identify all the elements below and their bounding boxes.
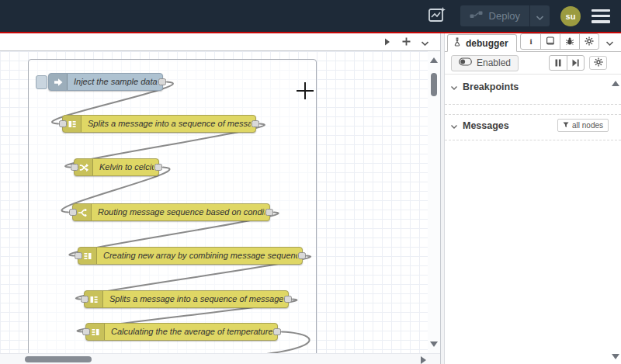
sidebar: debugger i [445, 33, 621, 364]
bug-icon [565, 35, 574, 49]
tab-scroll-right-button[interactable] [380, 35, 395, 49]
canvas-vertical-scrollbar[interactable] [428, 51, 440, 353]
chevron-down-icon [451, 81, 457, 92]
flow-node-change[interactable]: Kelvin to celcius [74, 158, 159, 176]
messages-list [445, 136, 621, 140]
info-icon: i [529, 35, 533, 49]
tab-scroll-right-icon [384, 35, 390, 49]
help-tab-button[interactable] [540, 34, 560, 49]
step-next-icon [572, 56, 579, 70]
config-tab-button[interactable] [579, 34, 598, 49]
scroll-right-icon[interactable] [421, 356, 426, 364]
chevron-down-icon [451, 120, 457, 131]
node-label: Calculating the the average of temperatu… [111, 324, 272, 340]
chevron-down-icon [536, 9, 543, 23]
sidebar-tab-list-button[interactable] [602, 34, 616, 49]
node-input-port[interactable] [81, 296, 88, 303]
node-output-port[interactable] [265, 209, 273, 216]
node-output-port[interactable] [252, 120, 259, 127]
canvas-horizontal-scrollbar[interactable] [0, 353, 440, 364]
book-icon [546, 35, 555, 49]
inject-arrow-icon [49, 74, 68, 90]
flow-node-split[interactable]: Splits a message into a sequence of mess… [84, 290, 289, 308]
section-label: Messages [463, 120, 509, 131]
enabled-label: Enabled [477, 57, 511, 68]
node-input-port[interactable] [59, 120, 67, 127]
tab-debugger[interactable]: debugger [447, 34, 517, 52]
node-label: Splits a message into a sequence of mess… [109, 291, 283, 307]
deploy-button[interactable]: Deploy [460, 5, 550, 26]
node-input-port[interactable] [69, 209, 77, 216]
pause-button[interactable] [550, 56, 567, 70]
breakpoints-list [445, 97, 621, 105]
scroll-down-icon[interactable] [612, 354, 619, 359]
canvas-pane: Inject the sample dataSplits a message i… [0, 33, 440, 364]
node-label: Splits a message into a sequence of mess… [88, 116, 251, 132]
debugger-settings-button[interactable] [589, 56, 607, 70]
section-messages[interactable]: Messages all nodes [445, 114, 621, 136]
debug-tab-button[interactable] [560, 34, 579, 49]
tab-label: debugger [466, 38, 508, 49]
messages-filter-button[interactable]: all nodes [557, 119, 609, 132]
vertical-scroll-thumb[interactable] [431, 73, 437, 96]
node-output-port[interactable] [273, 328, 281, 335]
node-input-port[interactable] [71, 164, 78, 171]
svg-text:i: i [529, 36, 532, 46]
flow-canvas[interactable]: Inject the sample dataSplits a message i… [0, 51, 440, 353]
filter-label: all nodes [572, 121, 603, 130]
flow-tabbar [0, 33, 440, 51]
add-flow-plus-icon [402, 35, 411, 49]
sidebar-tabbar: debugger i [445, 33, 621, 52]
flow-list-button[interactable] [417, 35, 432, 49]
node-output-port[interactable] [284, 296, 292, 303]
debugger-toolbar: Enabled [445, 52, 621, 75]
node-label: Inject the sample data [74, 74, 158, 90]
node-output-port[interactable] [298, 252, 306, 259]
node-red-app: Deploy su [0, 0, 621, 364]
section-label: Breakpoints [463, 81, 519, 92]
debugger-panel: Breakpoints Messages all nodes [445, 76, 621, 364]
deploy-label: Deploy [489, 10, 520, 22]
deploy-nodes-icon [470, 10, 484, 22]
flow-node-switch[interactable]: Routing message sequence based on condit… [72, 203, 270, 221]
node-input-port[interactable] [75, 252, 82, 259]
main-menu-button[interactable] [592, 9, 610, 23]
pause-icon [555, 56, 561, 70]
flow-node-join[interactable]: Creating new array by combining message … [78, 247, 303, 265]
node-label: Routing message sequence based on condit… [98, 204, 265, 220]
flow-node-inject[interactable]: Inject the sample data [48, 73, 163, 91]
node-input-port[interactable] [82, 328, 90, 335]
horizontal-scroll-thumb[interactable] [25, 356, 92, 362]
toggle-icon [459, 57, 472, 68]
flow-list-chevron-icon [422, 35, 428, 49]
gear-icon [594, 56, 603, 70]
gear-icon [585, 35, 594, 49]
funnel-icon [563, 121, 569, 130]
flow-node-join[interactable]: Calculating the the average of temperatu… [85, 323, 278, 341]
node-label: Creating new array by combining message … [103, 248, 297, 264]
debugger-enabled-toggle[interactable]: Enabled [451, 55, 519, 71]
user-avatar[interactable]: su [560, 6, 581, 26]
scroll-up-icon[interactable] [430, 57, 438, 63]
section-breakpoints[interactable]: Breakpoints [445, 76, 621, 97]
scroll-down-icon[interactable] [430, 341, 438, 347]
header-bar: Deploy su [0, 0, 621, 32]
scroll-up-icon[interactable] [612, 81, 619, 86]
menu-icon [592, 9, 610, 12]
node-output-port[interactable] [158, 78, 166, 85]
node-output-port[interactable] [154, 164, 162, 171]
node-label: Kelvin to celcius [99, 159, 154, 175]
flask-icon [454, 37, 462, 49]
chevron-down-icon [606, 35, 613, 49]
flow-image-sparkle-icon [427, 5, 447, 27]
info-tab-button[interactable]: i [521, 34, 540, 49]
deploy-options-button[interactable] [530, 5, 550, 26]
step-next-button[interactable] [567, 56, 584, 70]
add-flow-button[interactable] [398, 35, 414, 49]
flow-image-button[interactable] [425, 5, 449, 27]
sidebar-scrollbar[interactable] [610, 76, 621, 364]
inject-trigger-button[interactable] [36, 75, 47, 89]
flow-node-split[interactable]: Splits a message into a sequence of mess… [62, 115, 256, 133]
